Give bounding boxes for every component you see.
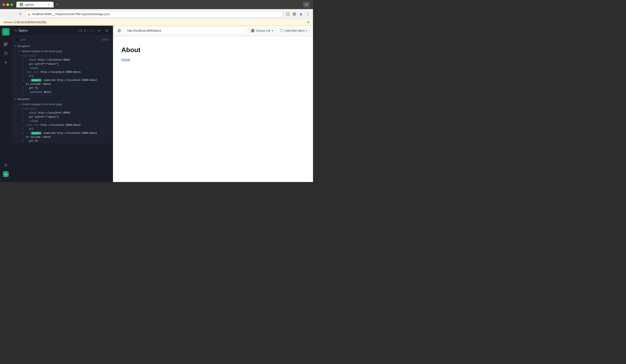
- svg-point-8: [308, 13, 308, 13]
- fail-count: --: [87, 29, 89, 32]
- automation-banner: Chrome 正受到自动测试软件的控制。 ✕: [0, 19, 313, 26]
- code-line-2-3[interactable]: 3 -click: [12, 119, 113, 123]
- chrome-icon: [251, 29, 254, 33]
- pass-count: 2: [81, 29, 82, 32]
- test-case-2[interactable]: ✓ should navigate to the about page: [12, 102, 113, 106]
- assert-badge-2: assert: [31, 132, 41, 135]
- svg-point-16: [5, 165, 6, 166]
- tab-favicon: cy: [20, 3, 23, 6]
- code-line-2-2[interactable]: 2 get a[href*="about"]: [12, 115, 113, 119]
- test-suite-2: ▾ Navigation ✓ should navigate to the ab…: [12, 96, 113, 143]
- new-tab-button[interactable]: +: [54, 2, 60, 7]
- bookmark-icon[interactable]: [285, 11, 291, 17]
- test-name-2: should navigate to the about page: [22, 102, 62, 106]
- sidebar-logo[interactable]: [2, 28, 9, 35]
- preview-heading: About: [121, 46, 305, 54]
- test-body-label-2: ▾ TEST BODY: [12, 106, 113, 111]
- svg-point-15: [5, 62, 6, 63]
- panel-controls: ✓ 2 ✕ -- ○ -- ▾ ↺: [78, 28, 110, 33]
- code-line-2-4[interactable]: 4 url: [12, 127, 113, 131]
- extensions-icon[interactable]: [291, 11, 297, 17]
- profile-icon[interactable]: [298, 11, 304, 17]
- test-body-arrow-1: ▾: [20, 54, 22, 57]
- banner-text: Chrome 正受到自动测试软件的控制。: [3, 21, 49, 24]
- svg-rect-14: [4, 45, 6, 46]
- code-line-1-6[interactable]: 6 get h1: [12, 86, 113, 90]
- preview-toolbar: http://localhost:8080/about Chrome 128 ▾…: [113, 26, 313, 36]
- sidebar-integrations-icon[interactable]: [2, 59, 9, 66]
- test-body-arrow-2: ▾: [20, 107, 22, 110]
- dropdown-button[interactable]: ▾: [96, 28, 102, 33]
- test-name-1: should navigate to the about page: [22, 50, 62, 53]
- minimize-button[interactable]: [6, 3, 9, 6]
- sidebar-specs-icon[interactable]: [2, 50, 9, 57]
- size-dropdown-icon: ▾: [306, 29, 308, 32]
- svg-point-10: [308, 15, 308, 15]
- reload-tests-button[interactable]: ↺: [104, 28, 110, 33]
- svg-rect-1: [305, 4, 308, 5]
- sidebar-runs-icon[interactable]: [2, 40, 9, 48]
- test-file-name: appcy.ts: [15, 38, 25, 41]
- code-line-2-1[interactable]: 1 visit http://localhost:8080/: [12, 111, 113, 115]
- cypress-logo[interactable]: cy: [2, 170, 9, 178]
- suite-arrow-2: ▾: [15, 98, 16, 100]
- suite-header-2[interactable]: ▾ Navigation: [12, 96, 113, 102]
- test-pass-icon-2: ✓: [18, 103, 20, 106]
- preview-home-link[interactable]: Home: [121, 58, 130, 62]
- banner-close-button[interactable]: ✕: [307, 20, 310, 24]
- preview-size-badge[interactable]: 1000×660 (96%) ▾: [278, 28, 310, 33]
- suite-name-1: Navigation: [17, 44, 30, 48]
- preview-globe-icon: [116, 28, 122, 33]
- code-line-1-1[interactable]: 1 visit http://localhost:8080/: [12, 58, 113, 62]
- pending-icon: ○: [90, 29, 92, 32]
- svg-point-11: [4, 30, 7, 33]
- svg-rect-13: [4, 44, 7, 45]
- preview-url-bar[interactable]: http://localhost:8080/about: [125, 27, 246, 34]
- test-file-header[interactable]: appcy.ts 338ms: [12, 36, 113, 43]
- svg-rect-0: [305, 3, 308, 4]
- tab-close-button[interactable]: ✕: [47, 3, 50, 6]
- browser-tab[interactable]: cy cypress ✕: [16, 2, 54, 7]
- address-bar[interactable]: 🔒 localhost:8080/__/#/specs/runner?file=…: [25, 11, 283, 17]
- preview-content: About Home: [113, 36, 313, 182]
- forward-button[interactable]: →: [10, 11, 16, 17]
- code-line-2-6[interactable]: 6 get h1: [12, 139, 113, 143]
- file-name: app: [15, 38, 20, 41]
- back-button[interactable]: ←: [2, 11, 8, 17]
- browser-label: Chrome 128: [256, 29, 271, 32]
- sub-line-2-5: to include /about: [12, 135, 113, 139]
- test-list: appcy.ts 338ms ▾ Navigation ✓ should nav…: [12, 36, 113, 182]
- code-line-1-7[interactable]: 7 -contains About: [12, 90, 113, 94]
- pass-icon: ✓: [78, 29, 80, 32]
- test-duration: 338ms: [101, 38, 110, 41]
- code-line-2-5[interactable]: 5 -assert expected http://localhost:8080…: [12, 131, 113, 135]
- suite-header-1[interactable]: ▾ Navigation: [12, 43, 113, 49]
- pending-count: --: [93, 29, 95, 32]
- sub-line-1-3: (new url) http://localhost:8080/about: [12, 70, 113, 74]
- close-button[interactable]: [2, 3, 5, 6]
- svg-rect-12: [4, 43, 7, 43]
- code-line-1-2[interactable]: 2 get a[href*="about"]: [12, 62, 113, 66]
- specs-icon: ≡: [15, 29, 17, 33]
- sub-line-1-5: to include /about: [12, 82, 113, 86]
- svg-rect-5: [293, 14, 294, 15]
- code-line-1-4[interactable]: 4 url: [12, 74, 113, 78]
- reload-button[interactable]: ↻: [17, 11, 23, 17]
- svg-rect-2: [305, 5, 308, 6]
- address-lock-icon: 🔒: [28, 13, 31, 16]
- test-body-label-1: ▾ TEST BODY: [12, 54, 113, 58]
- test-panel: ≡ Specs ✓ 2 ✕ -- ○ -- ▾: [12, 26, 113, 182]
- maximize-button[interactable]: [10, 3, 13, 6]
- code-block-2: 1 visit http://localhost:8080/ 2 get a[h…: [12, 111, 113, 143]
- code-line-1-3[interactable]: 3 -click: [12, 66, 113, 70]
- sidebar-settings-icon[interactable]: [2, 161, 9, 169]
- test-case-1[interactable]: ✓ should navigate to the about page: [12, 49, 113, 54]
- browser-dropdown-icon: ▾: [272, 29, 273, 32]
- code-line-1-5[interactable]: 5 -assert expected http://localhost:8080…: [12, 78, 113, 82]
- assert-badge-1: assert: [31, 79, 41, 82]
- browser-more-icon[interactable]: [305, 11, 311, 17]
- browser-menu-button[interactable]: [303, 2, 310, 7]
- preview-browser-badge[interactable]: Chrome 128 ▾: [248, 28, 275, 33]
- test-file: appcy.ts 338ms ▾ Navigation ✓ should nav…: [12, 36, 113, 143]
- test-pass-icon-1: ✓: [18, 50, 20, 53]
